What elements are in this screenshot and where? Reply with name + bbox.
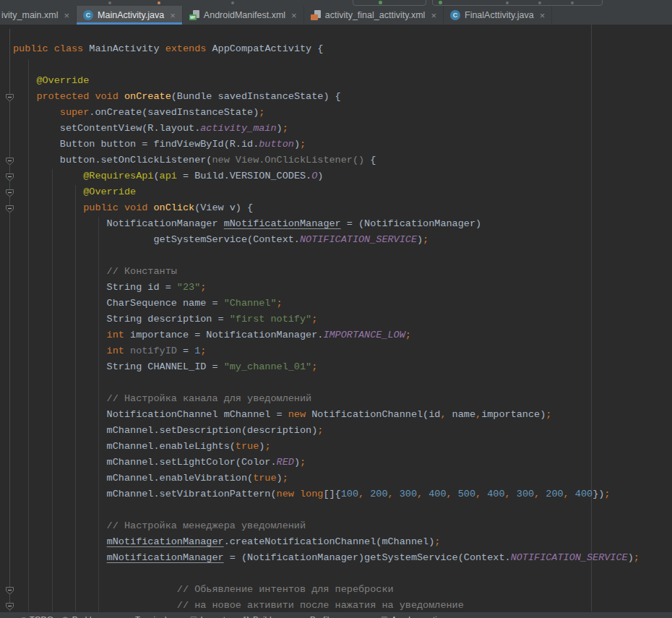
code-line[interactable]: mChannel.setLightColor(Color.RED); (0, 455, 672, 471)
toolbar-icon-dot (158, 1, 160, 4)
tab-label: activity_final_acttivity.xml (325, 10, 426, 20)
tab-close-icon[interactable]: × (291, 11, 297, 20)
device-selector-outline[interactable] (353, 0, 426, 6)
code-line[interactable]: @Override (0, 184, 672, 200)
toolwindow-button-label: Terminal (135, 615, 166, 618)
run-config-outline[interactable] (432, 0, 603, 6)
run-status-dot (379, 1, 382, 4)
code-line[interactable]: String description = "first notify"; (0, 312, 672, 327)
code-token: new (288, 409, 311, 420)
tab-MainActivity.java[interactable]: CMainActivity.java× (77, 6, 183, 25)
code-line[interactable]: @RequiresApi(api = Build.VERSION_CODES.O… (0, 168, 672, 184)
code-line[interactable]: String id = "23"; (0, 280, 672, 296)
code-line[interactable] (0, 57, 672, 73)
code-line[interactable]: button.setOnClickListener(new View.OnCli… (0, 153, 672, 168)
toolwindow-button-label: Profiler (310, 615, 336, 618)
code-token: @Override (13, 186, 136, 197)
toolwindow-button-app-inspection[interactable]: ▣App Inspection (381, 615, 447, 618)
code-token: , (475, 489, 487, 499)
code-line[interactable]: // на новое активити после нажатия на ув… (0, 598, 672, 611)
tab-close-icon[interactable]: × (431, 11, 436, 20)
code-line[interactable]: // Настройка канала для уведомлений (0, 391, 672, 407)
toolwindow-button-logcat[interactable]: ▤Logcat (190, 615, 225, 618)
code-token: ) (277, 123, 283, 134)
code-line[interactable]: getSystemService(Context.NOTIFICATION_SE… (0, 232, 672, 248)
file-badge (311, 14, 318, 20)
code-token: 400 (575, 489, 593, 499)
tab-FinalActtivity.java[interactable]: CFinalActtivity.java× (444, 6, 552, 25)
code-line[interactable]: protected void onCreate(Bundle savedInst… (0, 89, 672, 105)
fold-collapse-icon[interactable] (5, 156, 14, 166)
code-line[interactable]: int importance = NotificationManager.IMP… (0, 327, 672, 343)
code-token: onClick (153, 202, 194, 213)
code-token: importance) (481, 409, 546, 420)
code-token: []{ (323, 489, 340, 499)
code-token: int (13, 330, 130, 340)
code-token: ; (311, 314, 317, 325)
code-token: NOTIFICATION_SERVICE (511, 552, 628, 563)
code-token: , (447, 489, 458, 499)
code-line[interactable]: NotificationManager mNotificationManager… (0, 216, 672, 232)
code-line[interactable] (0, 566, 672, 582)
code-token: button (259, 139, 294, 150)
code-line[interactable]: mChannel.setDescription(description); (0, 423, 672, 439)
code-line[interactable]: mNotificationManager = (NotificationMana… (0, 550, 672, 566)
tab-ivity_main.xml[interactable]: ivity_main.xml× (0, 6, 77, 25)
toolwindow-button-profiler[interactable]: ◑Profiler (302, 615, 336, 618)
code-line[interactable]: @Override (0, 73, 672, 89)
fold-collapse-icon[interactable] (5, 172, 14, 181)
code-line[interactable]: public class MainActivity extends AppCom… (0, 41, 672, 57)
xml-android-file-icon (311, 10, 321, 20)
tab-AndroidManifest.xml[interactable]: MFAndroidManifest.xml× (183, 6, 304, 25)
fold-collapse-icon[interactable] (5, 204, 14, 213)
toolwindow-button-terminal[interactable]: ▸Terminal (128, 615, 167, 618)
code-line[interactable]: // Настройка менеджера уведомлений (0, 518, 672, 534)
build-icon: ⚒ (243, 615, 249, 618)
code-token: 300 (400, 489, 417, 499)
code-token: ; (200, 346, 206, 356)
code-line[interactable] (0, 375, 672, 391)
code-line[interactable]: public void onClick(View v) { (0, 200, 672, 216)
code-token: notifyID (130, 346, 183, 356)
code-token: getSystemService(Context. (13, 234, 300, 245)
code-line[interactable]: NotificationChannel mChannel = new Notif… (0, 407, 672, 423)
code-token: String id = (13, 282, 177, 293)
code-token: ; (300, 457, 306, 468)
code-line[interactable] (0, 248, 672, 264)
toolwindow-button-build[interactable]: ⚒Build (243, 615, 272, 618)
code-line[interactable]: mChannel.enableLights(true); (0, 439, 672, 455)
tab-close-icon[interactable]: × (170, 11, 176, 20)
problems-icon: ◍ (62, 615, 69, 618)
code-line[interactable]: mChannel.enableVibration(true); (0, 471, 672, 486)
code-line[interactable]: String CHANNEL_ID = "my_channel_01"; (0, 359, 672, 375)
code-token: , (534, 489, 546, 499)
code-area[interactable]: public class MainActivity extends AppCom… (0, 41, 672, 611)
fold-collapse-icon[interactable] (5, 93, 14, 102)
fold-collapse-icon[interactable] (5, 601, 14, 611)
code-line[interactable] (0, 502, 672, 518)
tab-close-icon[interactable]: × (540, 11, 546, 20)
tab-close-icon[interactable]: × (64, 11, 70, 20)
code-line[interactable]: setContentView(R.layout.activity_main); (0, 121, 672, 137)
code-token: button.setOnClickListener( (13, 155, 212, 166)
code-line[interactable]: super.onCreate(savedInstanceState); (0, 105, 672, 121)
code-line[interactable]: mChannel.setVibrationPattern(new long[]{… (0, 486, 672, 502)
code-line[interactable]: Button button = findViewById(R.id.button… (0, 137, 672, 153)
code-line[interactable]: // Обьявление интентов для переброски (0, 582, 672, 598)
toolwindow-button-todo[interactable]: ≡TODO (22, 615, 53, 618)
code-line[interactable]: mNotificationManager.createNotificationC… (0, 534, 672, 550)
code-line[interactable]: CharSequence name = "Channel"; (0, 296, 672, 312)
todo-icon: ≡ (22, 615, 26, 618)
tab-label: MainActivity.java (98, 10, 164, 20)
toolwindow-button-problems[interactable]: ◍Problems (62, 615, 107, 618)
fold-collapse-icon[interactable] (5, 188, 14, 197)
editor-tab-bar: ivity_main.xml×CMainActivity.java×MFAndr… (0, 6, 672, 25)
code-line[interactable]: // Константы (0, 264, 672, 280)
code-token (13, 552, 107, 563)
code-editor[interactable]: public class MainActivity extends AppCom… (0, 25, 672, 611)
tab-activity_final_acttivity.xml[interactable]: activity_final_acttivity.xml× (304, 6, 444, 25)
code-token: mChannel.setVibrationPattern( (13, 489, 277, 499)
code-line[interactable]: int notifyID = 1; (0, 343, 672, 359)
app-inspection-icon: ▣ (381, 615, 387, 618)
fold-collapse-icon[interactable] (5, 585, 14, 595)
